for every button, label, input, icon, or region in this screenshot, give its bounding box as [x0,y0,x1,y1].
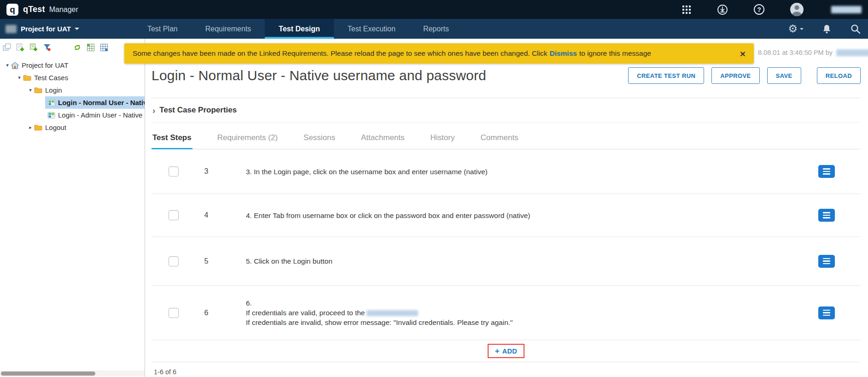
add-child-test-case-icon[interactable] [29,43,38,52]
new-window-icon[interactable] [3,43,11,52]
tree-item-login-folder[interactable]: Login [0,84,145,96]
reload-button[interactable]: RELOAD [817,67,861,84]
add-button-label: ADD [502,348,517,355]
download-icon[interactable] [717,4,728,15]
nav-test-design[interactable]: Test Design [265,19,334,39]
action-buttons: CREATE TEST RUN APPROVE SAVE RELOAD [621,67,861,84]
tab-requirements[interactable]: Requirements (2) [216,126,279,149]
add-highlight-box: + ADD [488,344,524,358]
gear-glyph [788,23,798,35]
banner-text-before: Some changes have been made on the Linke… [133,49,547,58]
main-nav: Test Plan Requirements Test Design Test … [134,19,463,39]
step-description: 3. In the Login page, click on the usern… [234,167,818,177]
tab-test-steps[interactable]: Test Steps [151,126,192,149]
sidebar-scrollbar-thumb[interactable] [1,371,95,376]
redacted-project-icon [6,25,17,33]
step-line: 6. [246,298,818,308]
apps-grid-icon[interactable] [682,5,691,14]
add-test-case-icon[interactable] [16,43,24,52]
dismiss-link[interactable]: Dismiss [549,49,577,58]
row-menu-button[interactable] [818,209,835,222]
project-selector[interactable]: Project for UAT [0,19,79,39]
sidebar-toolbar [0,39,145,56]
tab-comments[interactable]: Comments [479,126,519,149]
hamburger-icon [823,168,830,175]
test-step-row: 4 4. Enter Tab from username box or clic… [151,194,861,237]
tree-item-test-cases[interactable]: Test Cases [0,71,145,84]
expand-arrow-icon[interactable] [27,87,34,93]
test-step-row: 3 3. In the Login page, click on the use… [151,149,861,194]
folder-icon [34,124,42,131]
tree-item-login-admin-user[interactable]: Login - Admin User - Native us [0,109,145,121]
add-row: + ADD [151,340,861,362]
import-excel-icon[interactable] [87,43,95,52]
tree-item-login-normal-user[interactable]: Login - Normal User - Native [0,96,145,109]
notifications-bell-icon[interactable] [822,24,832,34]
properties-label: Test Case Properties [159,106,237,115]
tab-sessions[interactable]: Sessions [303,126,336,149]
export-grid-icon[interactable] [100,43,108,52]
test-case-properties-toggle[interactable]: Test Case Properties [151,98,861,122]
step-line: If credentials are valid, proceed to the [246,308,818,318]
step-number: 5 [179,257,234,265]
refresh-icon[interactable] [73,43,82,52]
row-menu-button[interactable] [818,306,835,319]
folder-icon [34,87,42,94]
pagination-label: 1-6 of 6 [151,368,861,376]
row-menu-button[interactable] [818,165,835,178]
step-checkbox[interactable] [169,166,179,177]
redacted-username [831,6,862,13]
tab-attachments[interactable]: Attachments [360,126,406,149]
tab-bar: Test Steps Requirements (2) Sessions Att… [151,126,861,149]
row-menu-button[interactable] [818,255,835,268]
step-checkbox[interactable] [169,308,179,318]
last-saved-meta: 8.08.01 at 3:46:50 PM by [758,49,868,56]
chevron-right-icon [152,106,155,115]
caret-down-icon [800,28,804,30]
tree-item-label: Login [45,86,62,94]
redacted-author [836,49,868,56]
title-row: Login - Normal User - Native username an… [151,65,861,86]
folder-icon [23,74,31,81]
settings-gear-icon[interactable] [788,23,804,35]
banner-close-icon[interactable]: × [740,49,746,59]
expand-arrow-icon[interactable] [16,75,23,81]
qtest-logo [6,4,18,16]
topbar: qTest Manager [0,0,868,19]
tree-item-label: Test Cases [34,74,68,82]
step-checkbox[interactable] [169,256,179,266]
tree-item-logout-folder[interactable]: Logout [0,121,145,134]
tree-item-project[interactable]: Project for UAT [0,59,145,71]
add-step-button[interactable]: + ADD [495,347,517,355]
navbar: Project for UAT Test Plan Requirements T… [0,19,868,39]
nav-test-plan[interactable]: Test Plan [134,19,192,39]
linked-requirements-banner: Some changes have been made on the Linke… [124,43,754,64]
hamburger-icon [823,258,830,265]
nav-reports[interactable]: Reports [409,19,463,39]
create-test-run-button[interactable]: CREATE TEST RUN [628,67,704,84]
search-icon[interactable] [850,24,861,34]
approve-button[interactable]: APPROVE [711,67,759,84]
tab-history[interactable]: History [430,126,456,149]
save-button[interactable]: SAVE [767,67,801,84]
divider [151,122,861,123]
plus-icon: + [495,347,500,355]
tree-item-label: Login - Admin User - Native us [58,111,145,119]
main-content: Login - Normal User - Native username an… [145,39,868,377]
navbar-right [788,19,868,39]
nav-test-execution[interactable]: Test Execution [334,19,409,39]
expand-arrow-icon[interactable] [4,62,11,68]
page-title: Login - Normal User - Native username an… [151,68,486,83]
product-name: Manager [49,6,78,14]
step-number: 3 [179,167,234,176]
step-line: If credentials are invalid, show error m… [246,318,818,327]
collapsed-arrow-icon[interactable] [27,124,34,130]
project-selector-label: Project for UAT [21,25,71,33]
help-icon[interactable] [754,4,764,15]
step-description: 4. Enter Tab from username box or click … [234,211,818,220]
user-avatar[interactable] [790,3,804,16]
data-query-icon[interactable] [43,43,51,52]
step-description: 6. If credentials are valid, proceed to … [234,298,818,327]
nav-requirements[interactable]: Requirements [192,19,265,39]
step-checkbox[interactable] [169,210,179,220]
